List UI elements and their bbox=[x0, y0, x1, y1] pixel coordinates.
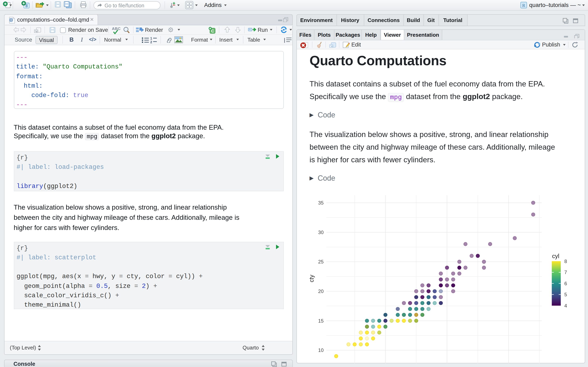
svg-text:5: 5 bbox=[564, 292, 567, 297]
svg-text:1: 1 bbox=[150, 37, 152, 40]
svg-text:7: 7 bbox=[564, 269, 567, 275]
svg-text:ABC: ABC bbox=[112, 26, 121, 31]
svg-text:20: 20 bbox=[318, 289, 323, 294]
svg-text:35: 35 bbox=[318, 200, 323, 206]
svg-text:R: R bbox=[25, 3, 28, 8]
svg-text:6: 6 bbox=[564, 281, 567, 286]
svg-text:cyl: cyl bbox=[552, 253, 559, 259]
svg-text:cty: cty bbox=[308, 275, 315, 282]
svg-text:30: 30 bbox=[318, 230, 323, 235]
svg-text:C: C bbox=[211, 28, 214, 33]
svg-text:R: R bbox=[522, 3, 525, 8]
svg-text:4: 4 bbox=[564, 303, 567, 309]
svg-text:15: 15 bbox=[318, 318, 323, 324]
svg-text:10: 10 bbox=[318, 347, 323, 353]
svg-text:25: 25 bbox=[318, 259, 323, 264]
svg-text:2: 2 bbox=[150, 40, 152, 43]
svg-text:8: 8 bbox=[564, 259, 567, 264]
